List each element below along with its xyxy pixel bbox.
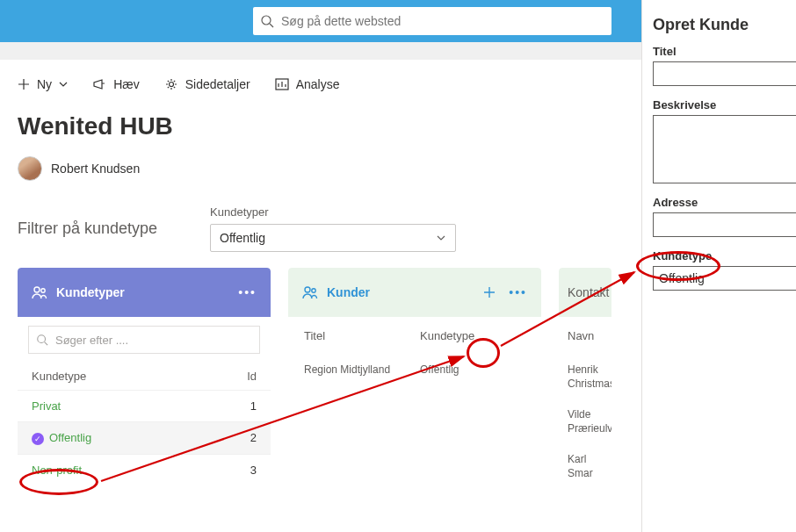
svg-line-1 — [270, 24, 273, 27]
row-name: Non-profit — [32, 464, 221, 477]
kundetype-value: Offentlig — [659, 271, 705, 285]
kunder-table-head: Titel Kundetype — [288, 317, 541, 355]
table-row[interactable]: Region Midtjylland Offentlig — [288, 355, 541, 385]
kunder-title: Kunder — [327, 285, 370, 299]
kundetyper-search[interactable]: Søger efter .... — [28, 326, 260, 354]
svg-point-9 — [312, 289, 315, 292]
contact-row[interactable]: Vilde Prærieulv — [559, 399, 611, 444]
kunder-card: Kunder ••• Titel Kundetype Region Midtjy… — [288, 268, 541, 490]
kundetyper-title: Kundetyper — [56, 285, 125, 299]
search-icon — [260, 14, 274, 28]
global-search[interactable] — [253, 7, 611, 35]
field-label-kundetype: Kundetype — [653, 249, 796, 262]
row-type: Offentlig — [420, 363, 525, 376]
row-id: 2 — [221, 431, 257, 445]
raise-label: Hæv — [113, 77, 140, 91]
svg-point-6 — [38, 335, 46, 343]
svg-point-8 — [305, 287, 310, 292]
svg-point-2 — [169, 83, 173, 87]
field-label-beskrivelse: Beskrivelse — [653, 98, 796, 111]
new-button[interactable]: Ny — [18, 77, 68, 91]
col-titel: Titel — [304, 329, 420, 342]
row-name: Offentlig — [32, 431, 221, 445]
page-details-button[interactable]: Sidedetaljer — [164, 77, 250, 91]
raise-button[interactable]: Hæv — [92, 77, 140, 91]
kundetyper-card: Kundetyper ••• Søger efter .... Kundetyp… — [18, 268, 271, 490]
kunder-header: Kunder ••• — [288, 268, 541, 317]
search-input[interactable] — [281, 14, 604, 28]
svg-point-5 — [41, 289, 45, 292]
more-icon[interactable]: ••• — [509, 285, 527, 299]
table-row[interactable]: Non-profit 3 — [18, 454, 271, 485]
field-label-adresse: Adresse — [653, 196, 796, 209]
more-icon[interactable]: ••• — [238, 285, 257, 299]
gear-icon — [164, 77, 178, 91]
author-name: Robert Knudsen — [51, 162, 140, 176]
table-row-selected[interactable]: Offentlig 2 — [18, 421, 271, 454]
svg-line-7 — [45, 342, 48, 346]
avatar — [18, 156, 42, 181]
table-row[interactable]: Privat 1 — [18, 390, 271, 421]
search-icon — [36, 334, 48, 346]
row-name: Privat — [32, 399, 221, 413]
chart-icon — [275, 78, 289, 90]
row-title: Region Midtjylland — [304, 363, 420, 376]
analyse-label: Analyse — [296, 77, 340, 91]
chevron-down-icon — [436, 233, 446, 243]
adresse-field[interactable] — [653, 212, 796, 237]
search-placeholder: Søger efter .... — [55, 334, 128, 347]
kundetyper-header: Kundetyper ••• — [18, 268, 271, 317]
contact-row[interactable]: Karl Smar — [559, 444, 611, 489]
kundetyper-table-head: Kundetype Id — [18, 363, 271, 390]
create-kunde-panel: Opret Kunde Titel Beskrivelse Adresse Ku… — [641, 0, 796, 532]
dropdown-value: Offentlig — [220, 231, 265, 245]
svg-point-0 — [262, 16, 271, 25]
col-kundetype: Kundetype — [32, 370, 221, 383]
dropdown-label: Kundetyper — [210, 205, 456, 219]
new-label: Ny — [37, 77, 52, 91]
svg-point-4 — [34, 287, 40, 292]
panel-title: Opret Kunde — [653, 16, 796, 34]
field-label-titel: Titel — [653, 45, 796, 58]
megaphone-icon — [92, 78, 106, 90]
chevron-down-icon — [59, 80, 68, 89]
row-id: 3 — [221, 464, 257, 477]
beskrivelse-field[interactable] — [653, 115, 796, 183]
analyse-button[interactable]: Analyse — [275, 77, 340, 91]
kundetype-field[interactable]: Offentlig — [653, 266, 796, 291]
col-kundetype: Kundetype — [420, 329, 525, 342]
check-icon — [32, 433, 44, 445]
details-label: Sidedetaljer — [185, 77, 250, 91]
kontakter-card: Kontakt Navn Henrik Christmas Vilde Prær… — [559, 268, 611, 490]
plus-icon[interactable] — [482, 285, 496, 299]
row-id: 1 — [221, 399, 257, 413]
col-navn: Navn — [559, 317, 611, 355]
kontakter-header: Kontakt — [559, 268, 611, 317]
people-icon — [32, 284, 47, 300]
filter-label: Filtrer på kundetype — [18, 205, 157, 238]
titel-field[interactable] — [653, 61, 796, 86]
col-id: Id — [221, 370, 257, 383]
kontakter-title: Kontakt — [568, 285, 609, 299]
kundetype-dropdown[interactable]: Offentlig — [210, 224, 456, 252]
people-icon — [302, 284, 318, 300]
plus-icon — [18, 78, 30, 90]
contact-row[interactable]: Henrik Christmas — [559, 355, 611, 399]
